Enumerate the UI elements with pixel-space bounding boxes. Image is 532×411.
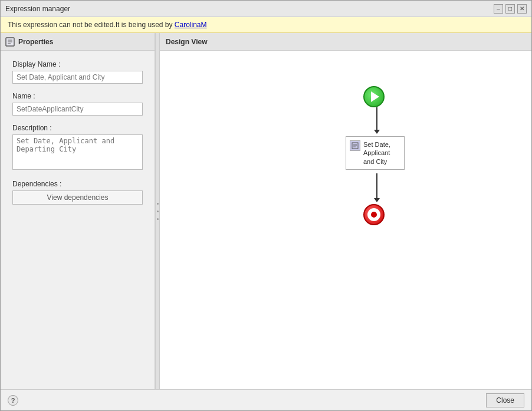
properties-icon (5, 37, 15, 47)
display-name-label: Display Name : (12, 60, 143, 68)
description-group: Description : Set Date, Applicant and De… (12, 124, 143, 172)
display-name-group: Display Name : (12, 60, 143, 84)
panel-splitter[interactable] (155, 33, 160, 389)
flow-arrow-2 (374, 173, 380, 202)
maximize-button[interactable]: □ (505, 4, 515, 14)
arrow-head-2 (374, 198, 380, 202)
name-group: Name : (12, 92, 143, 116)
dependencies-group: Dependencies : View dependencies (12, 180, 143, 205)
close-button[interactable]: Close (486, 393, 524, 407)
view-dependencies-button[interactable]: View dependencies (12, 190, 143, 205)
user-link[interactable]: CarolinaM (175, 21, 207, 29)
name-input[interactable] (12, 103, 143, 116)
arrow-line-2 (376, 173, 377, 198)
properties-tab: Properties (1, 33, 155, 51)
stop-inner (370, 211, 378, 219)
name-label: Name : (12, 92, 143, 100)
minimize-button[interactable]: – (494, 4, 503, 14)
design-view-tab-label: Design View (166, 38, 207, 46)
flow-arrow-1 (374, 107, 380, 134)
node-label: Set Date, Applicant and City (363, 140, 400, 166)
splitter-dot-3 (157, 218, 159, 220)
right-panel: Design View (160, 33, 531, 389)
warning-text: This expression can not be edited.It is … (8, 21, 175, 29)
process-node: Set Date, Applicant and City (346, 136, 405, 170)
warning-bar: This expression can not be edited.It is … (1, 17, 531, 33)
footer: ? Close (1, 389, 531, 410)
properties-tab-label: Properties (18, 38, 53, 46)
display-name-input[interactable] (12, 71, 143, 84)
description-textarea[interactable]: Set Date, Applicant and Departing City (12, 134, 143, 170)
title-controls: – □ ✕ (494, 4, 527, 14)
stop-outer (367, 208, 380, 221)
node-icon (350, 140, 360, 151)
flow-start-node (363, 86, 385, 107)
properties-body: Display Name : Name : Description : Set … (1, 51, 155, 389)
description-label: Description : (12, 124, 143, 132)
help-button[interactable]: ? (8, 395, 18, 406)
main-window: Expression manager – □ ✕ This expression… (0, 0, 532, 411)
play-icon (371, 91, 379, 102)
left-panel: Properties Display Name : Name : Descrip… (1, 33, 155, 389)
design-canvas: Set Date, Applicant and City (160, 51, 531, 389)
design-view-tab: Design View (160, 33, 531, 51)
title-bar: Expression manager – □ ✕ (1, 1, 531, 17)
node-icon-svg (352, 142, 359, 149)
arrow-head-1 (374, 130, 380, 134)
close-window-button[interactable]: ✕ (517, 4, 527, 14)
splitter-dot-1 (157, 203, 159, 205)
dependencies-label: Dependencies : (12, 180, 143, 188)
window-title: Expression manager (5, 5, 70, 13)
flow-end-node (363, 204, 385, 225)
splitter-dot-2 (157, 211, 159, 212)
arrow-line-1 (376, 107, 377, 130)
main-content: Properties Display Name : Name : Descrip… (1, 33, 531, 389)
